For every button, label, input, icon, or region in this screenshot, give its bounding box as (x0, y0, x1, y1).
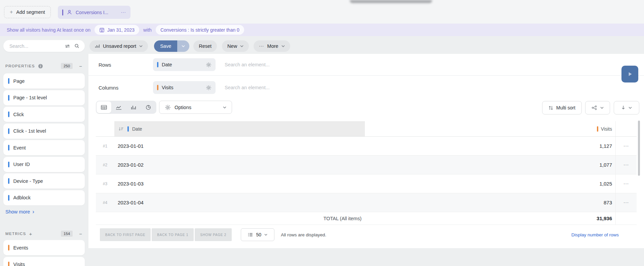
property-color-bar (8, 78, 9, 84)
share-button[interactable] (585, 101, 610, 114)
sidebar-property-item[interactable]: Event (3, 140, 85, 155)
options-button[interactable]: Options (159, 101, 232, 114)
sidebar-property-item[interactable]: Click - 1st level (3, 124, 85, 139)
multi-sort-button[interactable]: Multi sort (542, 101, 582, 114)
filter-condition-pill[interactable]: Conversions : Is strictly greater than 0 (156, 25, 244, 35)
gear-icon[interactable] (206, 85, 212, 91)
pagination-status-text: All rows are displayed. (281, 232, 326, 237)
sidebar-property-item[interactable]: User ID (3, 157, 85, 172)
table-view-toggle[interactable] (97, 101, 111, 113)
chevron-down-icon (629, 107, 632, 109)
metrics-list: EventsVisits (3, 240, 85, 266)
pagination-bar: BACK TO FIRST PAGE BACK TO PAGE 1 SHOW P… (100, 228, 326, 241)
item-label: User ID (13, 162, 30, 167)
sidebar-property-item[interactable]: Click (3, 107, 85, 122)
table-body: #12023-01-011,127⋯#22023-01-021,077⋯#320… (96, 137, 637, 212)
table-row[interactable]: #22023-01-021,077⋯ (96, 156, 637, 174)
row-visits-value: 1,025 (365, 174, 615, 193)
sidebar-property-item[interactable]: Page (3, 73, 85, 89)
total-visits-value: 31,936 (365, 212, 615, 225)
properties-collapse-button[interactable]: − (79, 64, 82, 69)
rows-dimension-chip[interactable]: Date (153, 58, 216, 71)
save-dropdown-button[interactable] (177, 40, 189, 52)
table-row[interactable]: #42023-01-04873⋯ (96, 193, 637, 212)
add-segment-button[interactable]: + Add segment (4, 6, 51, 18)
line-chart-view-toggle[interactable] (111, 101, 126, 113)
metric-color-bar (8, 245, 9, 251)
filter-sliders-icon[interactable] (65, 44, 70, 48)
page-size-select[interactable]: 50 (241, 228, 274, 241)
metric-color-bar (597, 126, 598, 132)
chevron-down-icon (281, 45, 285, 47)
back-to-page-1-button[interactable]: BACK TO PAGE 1 (152, 228, 194, 241)
run-report-button[interactable] (621, 66, 638, 82)
more-button-label: More (267, 43, 278, 49)
item-label: Adblock (13, 195, 31, 200)
row-menu-button[interactable]: ⋯ (615, 193, 637, 212)
row-visits-value: 1,127 (365, 137, 615, 155)
table-total-row: TOTAL (All items) 31,936 (96, 212, 637, 225)
item-label: Page - 1st level (13, 95, 47, 100)
table-row[interactable]: #12023-01-011,127⋯ (96, 137, 637, 156)
row-menu-button[interactable]: ⋯ (615, 174, 637, 193)
filter-date-pill[interactable]: Jan 31, 2023 (94, 25, 139, 35)
sidebar-metric-item[interactable]: Events (3, 240, 85, 255)
info-icon[interactable] (38, 64, 43, 69)
sidebar-search-input[interactable] (9, 43, 61, 49)
new-button-label: New (227, 43, 237, 49)
filter-condition-value: Conversions : Is strictly greater than 0 (160, 27, 239, 33)
segment-chip[interactable]: Conversions I... ⋯ (58, 6, 130, 19)
back-to-first-page-button[interactable]: BACK TO FIRST PAGE (100, 228, 151, 241)
show-page-2-button[interactable]: SHOW PAGE 2 (195, 228, 232, 241)
pie-chart-view-toggle[interactable] (141, 101, 156, 113)
show-more-link[interactable]: Show more › (5, 209, 34, 214)
property-color-bar (8, 162, 9, 167)
visits-column-header[interactable]: Visits (365, 121, 615, 136)
total-label: TOTAL (All items) (96, 212, 365, 225)
columns-element-search-input[interactable] (225, 76, 366, 99)
pie-chart-icon (146, 105, 151, 110)
property-color-bar (8, 95, 9, 101)
columns-metric-chip[interactable]: Visits (153, 81, 216, 94)
sidebar-property-item[interactable]: Device - Type (3, 173, 85, 189)
date-column-header[interactable]: Date (114, 121, 365, 136)
download-button[interactable] (614, 101, 639, 114)
properties-list: PagePage - 1st levelClickClick - 1st lev… (3, 73, 85, 207)
bar-chart-icon (95, 44, 100, 48)
columns-metric-name: Visits (162, 85, 202, 90)
sidebar-metric-item[interactable]: Visits (3, 257, 85, 266)
row-index: #1 (96, 137, 114, 155)
item-label: Device - Type (13, 178, 43, 184)
more-button[interactable]: ⋯ More (254, 40, 290, 52)
row-menu-button[interactable]: ⋯ (615, 156, 637, 174)
row-menu-button[interactable]: ⋯ (615, 137, 637, 155)
metrics-collapse-button[interactable]: − (79, 231, 82, 236)
new-button[interactable]: New (222, 40, 249, 52)
display-number-of-rows-link[interactable]: Display number of rows (571, 228, 619, 241)
sidebar-search (3, 40, 85, 52)
dimension-color-bar (127, 126, 129, 132)
rows-dimension-name: Date (162, 62, 202, 67)
line-chart-icon (116, 105, 122, 110)
add-metric-icon[interactable]: + (29, 231, 32, 237)
page-size-value: 50 (256, 232, 261, 237)
search-icon[interactable] (74, 43, 79, 48)
sidebar-property-item[interactable]: Adblock (3, 190, 85, 205)
report-selector[interactable]: Unsaved report (89, 40, 148, 52)
segment-more-button[interactable]: ⋯ (121, 9, 126, 15)
segment-name: Conversions I... (76, 10, 108, 15)
reset-button[interactable]: Reset (193, 40, 217, 52)
vertical-scrollbar[interactable] (638, 121, 640, 176)
sidebar-property-item[interactable]: Page - 1st level (3, 90, 85, 105)
chevron-down-icon (264, 234, 267, 236)
column-chart-view-toggle[interactable] (126, 101, 141, 113)
table-row[interactable]: #32023-01-031,025⋯ (96, 174, 637, 193)
save-button[interactable]: Save (154, 40, 177, 52)
gear-icon[interactable] (206, 62, 212, 68)
top-bar: + Add segment Conversions I... ⋯ (0, 0, 644, 24)
properties-label: PROPERTIES (5, 64, 35, 68)
rows-element-search-input[interactable] (225, 54, 366, 75)
row-date-value: 2023-01-01 (114, 137, 365, 155)
date-column-label: Date (132, 126, 142, 132)
list-icon (248, 233, 253, 237)
